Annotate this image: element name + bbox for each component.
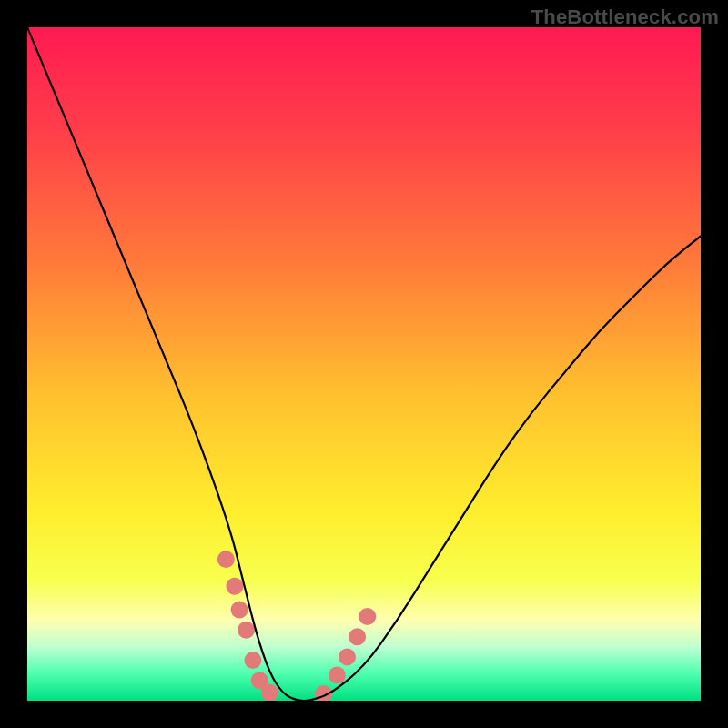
marker-dot: [329, 666, 346, 683]
marker-dot: [339, 648, 356, 665]
marker-dot: [261, 684, 278, 701]
plot-area: [27, 27, 701, 701]
marker-dot: [359, 608, 376, 625]
chart-frame: TheBottleneck.com: [0, 0, 728, 728]
bottleneck-chart: [27, 27, 701, 701]
marker-dot: [231, 602, 248, 619]
marker-dot: [238, 622, 255, 639]
gradient-background: [27, 27, 701, 701]
marker-dot: [217, 551, 235, 568]
marker-dot: [244, 652, 261, 669]
watermark-text: TheBottleneck.com: [531, 5, 719, 29]
marker-dot: [349, 628, 366, 645]
marker-dot: [226, 578, 243, 595]
